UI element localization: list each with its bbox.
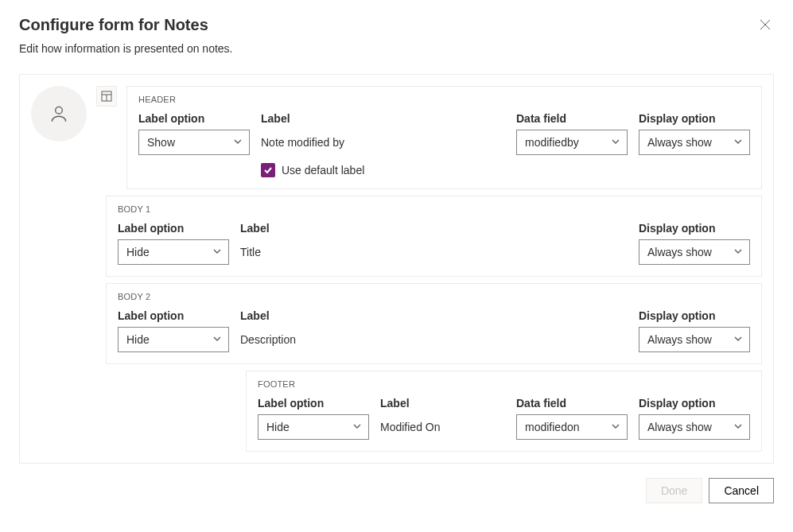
body2-section-label: BODY 2 (118, 292, 750, 301)
body2-display-option-value: Always show (647, 333, 712, 346)
dialog-subtitle: Edit how information is presented on not… (19, 42, 233, 55)
use-default-label-text: Use default label (282, 164, 364, 177)
svg-point-0 (56, 107, 63, 114)
label-option-heading: Label option (118, 222, 229, 235)
close-button[interactable] (756, 16, 774, 36)
footer-section-label: FOOTER (258, 379, 750, 389)
body1-label-option-dropdown[interactable]: Hide (118, 239, 229, 265)
chevron-down-icon (233, 136, 243, 149)
header-data-field-value: modifiedby (525, 136, 579, 149)
data-field-heading: Data field (516, 112, 628, 125)
body2-display-option-dropdown[interactable]: Always show (639, 327, 750, 352)
body1-label-option-value: Hide (126, 246, 150, 258)
footer-section: FOOTER Label option Hide Label Modified … (246, 371, 762, 452)
body2-label-option-value: Hide (126, 333, 150, 346)
chevron-down-icon (212, 333, 222, 346)
label-option-heading: Label option (118, 309, 229, 322)
body1-section-label: BODY 1 (118, 204, 750, 214)
chevron-down-icon (352, 421, 362, 433)
chevron-down-icon (611, 421, 620, 433)
body1-display-option-value: Always show (647, 246, 712, 258)
display-option-heading: Display option (639, 222, 750, 235)
header-section-label: HEADER (138, 95, 750, 104)
header-data-field-dropdown[interactable]: modifiedby (516, 130, 628, 155)
chevron-down-icon (611, 136, 620, 149)
footer-label-option-value: Hide (266, 421, 290, 433)
chevron-down-icon (212, 246, 222, 258)
body1-label-value: Title (240, 239, 628, 265)
display-option-heading: Display option (639, 397, 750, 410)
footer-label-value: Modified On (380, 414, 505, 440)
body1-section: BODY 1 Label option Hide Label Title Dis… (106, 196, 762, 277)
footer-data-field-dropdown[interactable]: modifiedon (516, 414, 628, 440)
label-heading: Label (240, 222, 628, 235)
chevron-down-icon (733, 333, 743, 346)
body2-label-value: Description (240, 327, 628, 352)
header-label-option-value: Show (147, 136, 175, 149)
label-option-heading: Label option (138, 112, 250, 125)
label-option-heading: Label option (258, 397, 369, 410)
header-section: HEADER Label option Show Label Note modi… (126, 86, 762, 189)
body2-label-option-dropdown[interactable]: Hide (118, 327, 229, 352)
footer-data-field-value: modifiedon (525, 421, 580, 433)
label-heading: Label (261, 112, 505, 125)
cancel-button[interactable]: Cancel (709, 478, 774, 503)
header-label-value: Note modified by (261, 130, 505, 155)
body1-display-option-dropdown[interactable]: Always show (639, 239, 750, 265)
header-label-option-dropdown[interactable]: Show (138, 130, 250, 155)
header-display-option-dropdown[interactable]: Always show (639, 130, 750, 155)
label-heading: Label (240, 309, 628, 322)
use-default-label-checkbox[interactable] (261, 163, 275, 177)
footer-label-option-dropdown[interactable]: Hide (258, 414, 369, 440)
form-panel: HEADER Label option Show Label Note modi… (19, 74, 774, 464)
layout-icon (96, 86, 117, 107)
dialog-title: Configure form for Notes (19, 16, 233, 34)
avatar-placeholder (31, 86, 87, 142)
done-button[interactable]: Done (646, 478, 702, 503)
footer-display-option-dropdown[interactable]: Always show (639, 414, 750, 440)
label-heading: Label (380, 397, 505, 410)
data-field-heading: Data field (516, 397, 628, 410)
chevron-down-icon (733, 136, 743, 149)
body2-section: BODY 2 Label option Hide Label Descripti… (106, 283, 762, 364)
footer-display-option-value: Always show (647, 421, 712, 433)
chevron-down-icon (733, 246, 743, 258)
display-option-heading: Display option (639, 112, 750, 125)
chevron-down-icon (733, 421, 743, 433)
header-display-option-value: Always show (647, 136, 712, 149)
display-option-heading: Display option (639, 309, 750, 322)
